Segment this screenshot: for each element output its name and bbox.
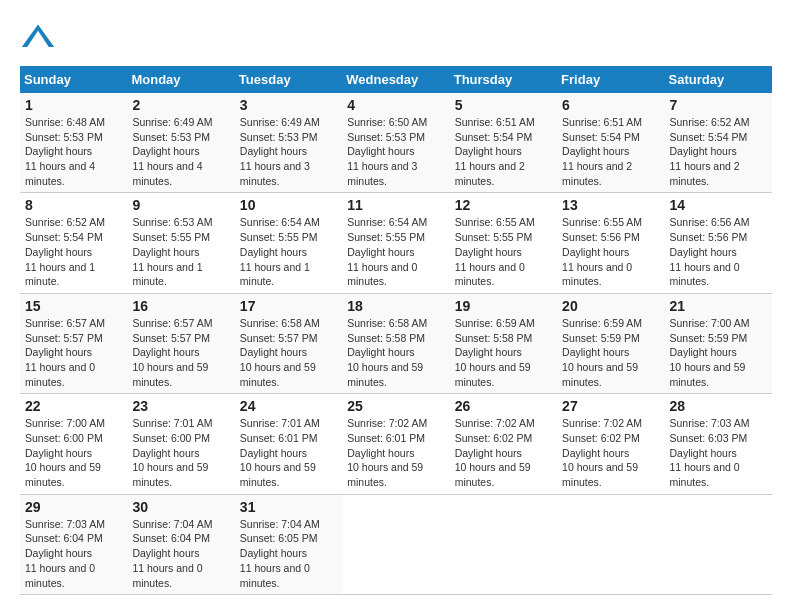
calendar-cell <box>450 494 557 594</box>
calendar-cell: 10 Sunrise: 6:54 AM Sunset: 5:55 PM Dayl… <box>235 193 342 293</box>
day-info: Sunrise: 7:04 AM Sunset: 6:05 PM Dayligh… <box>240 517 337 590</box>
day-info: Sunrise: 6:56 AM Sunset: 5:56 PM Dayligh… <box>670 215 767 288</box>
day-info: Sunrise: 7:03 AM Sunset: 6:03 PM Dayligh… <box>670 416 767 489</box>
calendar-cell: 6 Sunrise: 6:51 AM Sunset: 5:54 PM Dayli… <box>557 93 664 193</box>
weekday-header: Sunday <box>20 66 127 93</box>
day-info: Sunrise: 6:58 AM Sunset: 5:57 PM Dayligh… <box>240 316 337 389</box>
calendar-cell: 16 Sunrise: 6:57 AM Sunset: 5:57 PM Dayl… <box>127 293 234 393</box>
day-info: Sunrise: 6:55 AM Sunset: 5:56 PM Dayligh… <box>562 215 659 288</box>
calendar-cell: 19 Sunrise: 6:59 AM Sunset: 5:58 PM Dayl… <box>450 293 557 393</box>
day-number: 30 <box>132 499 229 515</box>
calendar-table: SundayMondayTuesdayWednesdayThursdayFrid… <box>20 66 772 595</box>
day-info: Sunrise: 7:02 AM Sunset: 6:02 PM Dayligh… <box>562 416 659 489</box>
calendar-cell: 24 Sunrise: 7:01 AM Sunset: 6:01 PM Dayl… <box>235 394 342 494</box>
weekday-header: Wednesday <box>342 66 449 93</box>
day-number: 24 <box>240 398 337 414</box>
day-info: Sunrise: 6:54 AM Sunset: 5:55 PM Dayligh… <box>240 215 337 288</box>
calendar-week-row: 22 Sunrise: 7:00 AM Sunset: 6:00 PM Dayl… <box>20 394 772 494</box>
day-info: Sunrise: 6:51 AM Sunset: 5:54 PM Dayligh… <box>455 115 552 188</box>
day-number: 1 <box>25 97 122 113</box>
calendar-cell: 18 Sunrise: 6:58 AM Sunset: 5:58 PM Dayl… <box>342 293 449 393</box>
day-info: Sunrise: 6:52 AM Sunset: 5:54 PM Dayligh… <box>25 215 122 288</box>
calendar-cell: 31 Sunrise: 7:04 AM Sunset: 6:05 PM Dayl… <box>235 494 342 594</box>
day-info: Sunrise: 6:51 AM Sunset: 5:54 PM Dayligh… <box>562 115 659 188</box>
day-number: 25 <box>347 398 444 414</box>
day-number: 9 <box>132 197 229 213</box>
day-number: 5 <box>455 97 552 113</box>
day-number: 16 <box>132 298 229 314</box>
calendar-cell <box>342 494 449 594</box>
day-number: 14 <box>670 197 767 213</box>
day-number: 4 <box>347 97 444 113</box>
day-number: 23 <box>132 398 229 414</box>
day-number: 17 <box>240 298 337 314</box>
day-info: Sunrise: 6:52 AM Sunset: 5:54 PM Dayligh… <box>670 115 767 188</box>
day-number: 29 <box>25 499 122 515</box>
day-number: 10 <box>240 197 337 213</box>
calendar-cell: 1 Sunrise: 6:48 AM Sunset: 5:53 PM Dayli… <box>20 93 127 193</box>
day-number: 8 <box>25 197 122 213</box>
logo <box>20 20 60 56</box>
day-number: 11 <box>347 197 444 213</box>
calendar-cell: 28 Sunrise: 7:03 AM Sunset: 6:03 PM Dayl… <box>665 394 772 494</box>
day-number: 26 <box>455 398 552 414</box>
calendar-cell: 15 Sunrise: 6:57 AM Sunset: 5:57 PM Dayl… <box>20 293 127 393</box>
day-info: Sunrise: 6:50 AM Sunset: 5:53 PM Dayligh… <box>347 115 444 188</box>
day-info: Sunrise: 7:02 AM Sunset: 6:01 PM Dayligh… <box>347 416 444 489</box>
weekday-header: Thursday <box>450 66 557 93</box>
day-info: Sunrise: 6:55 AM Sunset: 5:55 PM Dayligh… <box>455 215 552 288</box>
day-info: Sunrise: 6:58 AM Sunset: 5:58 PM Dayligh… <box>347 316 444 389</box>
page-header <box>20 20 772 56</box>
calendar-cell: 29 Sunrise: 7:03 AM Sunset: 6:04 PM Dayl… <box>20 494 127 594</box>
day-number: 22 <box>25 398 122 414</box>
day-info: Sunrise: 6:49 AM Sunset: 5:53 PM Dayligh… <box>132 115 229 188</box>
calendar-week-row: 29 Sunrise: 7:03 AM Sunset: 6:04 PM Dayl… <box>20 494 772 594</box>
day-info: Sunrise: 6:54 AM Sunset: 5:55 PM Dayligh… <box>347 215 444 288</box>
day-number: 21 <box>670 298 767 314</box>
calendar-cell: 30 Sunrise: 7:04 AM Sunset: 6:04 PM Dayl… <box>127 494 234 594</box>
day-info: Sunrise: 7:01 AM Sunset: 6:00 PM Dayligh… <box>132 416 229 489</box>
day-number: 19 <box>455 298 552 314</box>
calendar-header: SundayMondayTuesdayWednesdayThursdayFrid… <box>20 66 772 93</box>
day-info: Sunrise: 7:01 AM Sunset: 6:01 PM Dayligh… <box>240 416 337 489</box>
calendar-cell: 7 Sunrise: 6:52 AM Sunset: 5:54 PM Dayli… <box>665 93 772 193</box>
day-info: Sunrise: 7:02 AM Sunset: 6:02 PM Dayligh… <box>455 416 552 489</box>
day-info: Sunrise: 6:49 AM Sunset: 5:53 PM Dayligh… <box>240 115 337 188</box>
calendar-cell: 25 Sunrise: 7:02 AM Sunset: 6:01 PM Dayl… <box>342 394 449 494</box>
day-number: 6 <box>562 97 659 113</box>
calendar-cell: 8 Sunrise: 6:52 AM Sunset: 5:54 PM Dayli… <box>20 193 127 293</box>
day-number: 13 <box>562 197 659 213</box>
day-number: 3 <box>240 97 337 113</box>
calendar-cell: 21 Sunrise: 7:00 AM Sunset: 5:59 PM Dayl… <box>665 293 772 393</box>
day-number: 20 <box>562 298 659 314</box>
calendar-cell: 3 Sunrise: 6:49 AM Sunset: 5:53 PM Dayli… <box>235 93 342 193</box>
calendar-week-row: 8 Sunrise: 6:52 AM Sunset: 5:54 PM Dayli… <box>20 193 772 293</box>
calendar-cell: 27 Sunrise: 7:02 AM Sunset: 6:02 PM Dayl… <box>557 394 664 494</box>
calendar-week-row: 1 Sunrise: 6:48 AM Sunset: 5:53 PM Dayli… <box>20 93 772 193</box>
calendar-cell: 5 Sunrise: 6:51 AM Sunset: 5:54 PM Dayli… <box>450 93 557 193</box>
calendar-cell: 13 Sunrise: 6:55 AM Sunset: 5:56 PM Dayl… <box>557 193 664 293</box>
calendar-cell <box>665 494 772 594</box>
weekday-header: Saturday <box>665 66 772 93</box>
day-number: 7 <box>670 97 767 113</box>
day-info: Sunrise: 7:00 AM Sunset: 6:00 PM Dayligh… <box>25 416 122 489</box>
weekday-row: SundayMondayTuesdayWednesdayThursdayFrid… <box>20 66 772 93</box>
day-info: Sunrise: 6:59 AM Sunset: 5:59 PM Dayligh… <box>562 316 659 389</box>
weekday-header: Tuesday <box>235 66 342 93</box>
day-number: 18 <box>347 298 444 314</box>
weekday-header: Monday <box>127 66 234 93</box>
day-info: Sunrise: 6:59 AM Sunset: 5:58 PM Dayligh… <box>455 316 552 389</box>
calendar-cell: 23 Sunrise: 7:01 AM Sunset: 6:00 PM Dayl… <box>127 394 234 494</box>
calendar-cell: 26 Sunrise: 7:02 AM Sunset: 6:02 PM Dayl… <box>450 394 557 494</box>
calendar-cell: 11 Sunrise: 6:54 AM Sunset: 5:55 PM Dayl… <box>342 193 449 293</box>
weekday-header: Friday <box>557 66 664 93</box>
day-info: Sunrise: 7:03 AM Sunset: 6:04 PM Dayligh… <box>25 517 122 590</box>
calendar-cell: 14 Sunrise: 6:56 AM Sunset: 5:56 PM Dayl… <box>665 193 772 293</box>
day-info: Sunrise: 7:04 AM Sunset: 6:04 PM Dayligh… <box>132 517 229 590</box>
day-number: 2 <box>132 97 229 113</box>
calendar-week-row: 15 Sunrise: 6:57 AM Sunset: 5:57 PM Dayl… <box>20 293 772 393</box>
day-info: Sunrise: 6:57 AM Sunset: 5:57 PM Dayligh… <box>132 316 229 389</box>
calendar-cell: 2 Sunrise: 6:49 AM Sunset: 5:53 PM Dayli… <box>127 93 234 193</box>
day-number: 31 <box>240 499 337 515</box>
calendar-cell: 17 Sunrise: 6:58 AM Sunset: 5:57 PM Dayl… <box>235 293 342 393</box>
